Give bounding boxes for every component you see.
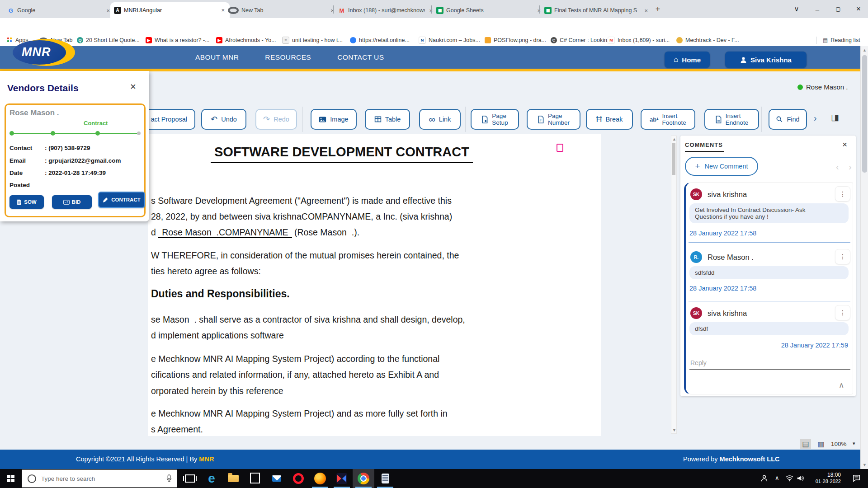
print-layout-view-icon[interactable]: ▤	[800, 439, 811, 449]
tab-search-chevron-icon[interactable]: ∨	[788, 0, 806, 18]
browser-scrollbar-thumb[interactable]	[862, 55, 867, 173]
comments-next-icon[interactable]: ›	[849, 162, 852, 172]
site-icon	[350, 37, 356, 43]
taskbar-opera[interactable]	[288, 469, 309, 488]
comments-title-underline	[685, 151, 724, 152]
taskbar-firefox[interactable]	[309, 469, 331, 488]
nav-resources[interactable]: RESOURCES	[265, 53, 311, 61]
comment-menu-kebab-icon[interactable]: ⋮	[835, 249, 850, 264]
start-button[interactable]	[0, 469, 22, 488]
tab-mnruiangular[interactable]: A MNRUIAngular ×	[110, 2, 230, 18]
reply-input[interactable]	[689, 357, 850, 370]
taskbar-edge[interactable]: e	[201, 469, 222, 488]
chrome-icon	[358, 473, 369, 484]
tab-close-icon[interactable]: ×	[643, 7, 649, 14]
new-comment-button[interactable]: + New Comment	[685, 157, 758, 176]
tab-gmail-inbox[interactable]: M Inbox (188) - suri@mechknowsof ×	[335, 3, 438, 18]
tab-google[interactable]: G Google ×	[4, 3, 115, 18]
browser-scrollbar[interactable]: ▲ ▼	[860, 46, 868, 469]
document-scrollbar-thumb[interactable]	[672, 143, 675, 175]
tray-clock[interactable]: 18:00 01-28-2022	[808, 472, 841, 484]
window-minimize-icon[interactable]: –	[807, 0, 827, 18]
windows-start-icon	[7, 475, 14, 482]
nav-contact-us[interactable]: CONTACT US	[337, 53, 384, 61]
bookmark-retail-online[interactable]: https://retail.online...	[350, 36, 410, 44]
action-center-icon[interactable]	[853, 474, 860, 484]
bookmark-quotes[interactable]: Q 20 Short Life Quote...	[77, 36, 140, 44]
task-view-button[interactable]	[179, 469, 201, 488]
web-layout-view-icon[interactable]: ▥	[816, 439, 826, 449]
sow-button[interactable]: SOW	[9, 195, 44, 209]
tray-people-icon[interactable]	[760, 474, 768, 484]
document-scrollbar[interactable]: ▲ ▼	[671, 136, 677, 434]
taskbar-chrome-active[interactable]	[353, 469, 374, 488]
undo-button[interactable]: ↶ Undo	[201, 109, 246, 130]
taskbar-file-explorer[interactable]	[222, 469, 244, 488]
taskbar-store[interactable]	[244, 469, 266, 488]
avatar: SK	[690, 307, 702, 319]
comments-close-icon[interactable]: ×	[842, 140, 847, 150]
tray-wifi-icon[interactable]	[786, 475, 793, 483]
bookmark-posflow[interactable]: POSFlow.png - dra...	[485, 36, 546, 44]
vendors-close-icon[interactable]: ×	[130, 81, 136, 93]
break-button[interactable]: Ħ Break	[586, 109, 633, 130]
nav-about-mnr[interactable]: ABOUT MNR	[195, 53, 239, 61]
bid-button[interactable]: BID	[52, 195, 92, 209]
bookmark-inbox[interactable]: M Inbox (1,609) - suri...	[608, 36, 670, 44]
side-panel-toggle-icon[interactable]: ◨	[831, 112, 839, 122]
user-profile-button[interactable]: Siva Krishna	[725, 52, 807, 68]
microphone-icon[interactable]	[166, 474, 172, 483]
footer-mechknowsoft-link[interactable]: Mechknowsoft LLC	[720, 455, 780, 463]
bookmark-naukri[interactable]: N Naukri.com – Jobs...	[419, 36, 480, 44]
tab-final-tests[interactable]: ▦ Final Tests of MNR AI Mapping S ×	[541, 3, 653, 18]
bookmark-unit-testing[interactable]: ≡ unit testing - how t...	[282, 36, 343, 44]
taskbar-search-box[interactable]	[22, 469, 177, 488]
comment-anchor-marker[interactable]	[557, 144, 563, 152]
find-icon	[776, 116, 783, 123]
tab-google-sheets[interactable]: ▦ Google Sheets ×	[433, 3, 546, 18]
page-number-button[interactable]: # PageNumber	[527, 109, 580, 130]
insert-table-button[interactable]: Table	[365, 109, 410, 130]
insert-image-button[interactable]: Image	[311, 109, 357, 130]
redo-button[interactable]: ↷ Redo	[255, 109, 297, 130]
scroll-down-icon[interactable]: ▼	[672, 428, 676, 432]
window-close-icon[interactable]: ×	[849, 0, 868, 18]
contract-button[interactable]: CONTRACT	[98, 192, 145, 208]
home-button[interactable]: ⌂ Home	[665, 52, 710, 68]
comments-prev-icon[interactable]: ‹	[836, 162, 839, 172]
page-setup-button[interactable]: PageSetup	[471, 109, 519, 130]
zoom-caret-icon[interactable]: ▾	[853, 441, 855, 446]
scroll-down-icon[interactable]: ▼	[863, 463, 867, 467]
new-tab-button[interactable]: +	[651, 0, 665, 18]
bookmark-csharp-corner[interactable]: C C# Corner : Lookin...	[551, 36, 612, 44]
vendor-stage-label: Contract	[84, 120, 108, 127]
tray-show-hidden-icon[interactable]: ∧	[775, 474, 779, 481]
bookmark-resistor-video[interactable]: ▶ What is a resistor? -...	[146, 36, 210, 44]
document-page[interactable]: SOFTWARE DEVELOPMENT CONTRACT s Software…	[148, 134, 601, 436]
taskbar-search-input[interactable]	[40, 475, 166, 483]
insert-endnote-button[interactable]: InsertEndnote	[704, 109, 759, 130]
insert-footnote-button[interactable]: ab¹ InsertFootnote	[641, 109, 695, 130]
zoom-level-label[interactable]: 100%	[831, 441, 847, 447]
toolbar-overflow-chevron-icon[interactable]: ›	[814, 113, 817, 123]
reading-list-button[interactable]: ▤ Reading list	[823, 36, 860, 44]
scroll-up-icon[interactable]: ▲	[863, 48, 867, 52]
comment-menu-kebab-icon[interactable]: ⋮	[835, 186, 850, 202]
bookmark-mechtrack[interactable]: Mechtrack - Dev - F...	[676, 36, 739, 44]
footer-mnr-link[interactable]: MNR	[199, 455, 214, 463]
taskbar-premiere[interactable]	[331, 469, 353, 488]
bookmark-afrotechmods[interactable]: ▶ Afrotechmods - Yo...	[216, 36, 276, 44]
taskbar-calculator[interactable]	[374, 469, 396, 488]
footer-powered-by: Powered by Mechknowsoft LLC	[683, 455, 780, 463]
find-button[interactable]: Find	[769, 109, 807, 130]
tab-new-tab[interactable]: New Tab ×	[224, 3, 339, 18]
collapse-chevron-up-icon[interactable]: ∧	[839, 380, 844, 390]
window-restore-icon[interactable]: ▢	[828, 0, 848, 18]
comment-menu-kebab-icon[interactable]: ⋮	[835, 305, 850, 320]
toolbar-separator	[761, 107, 762, 132]
insert-link-button[interactable]: ∞ Link	[419, 109, 461, 130]
tray-volume-icon[interactable]	[797, 475, 804, 483]
taskbar-mail[interactable]	[266, 469, 288, 488]
mnr-logo[interactable]: MNR	[13, 38, 76, 68]
scroll-up-icon[interactable]: ▲	[672, 137, 676, 141]
